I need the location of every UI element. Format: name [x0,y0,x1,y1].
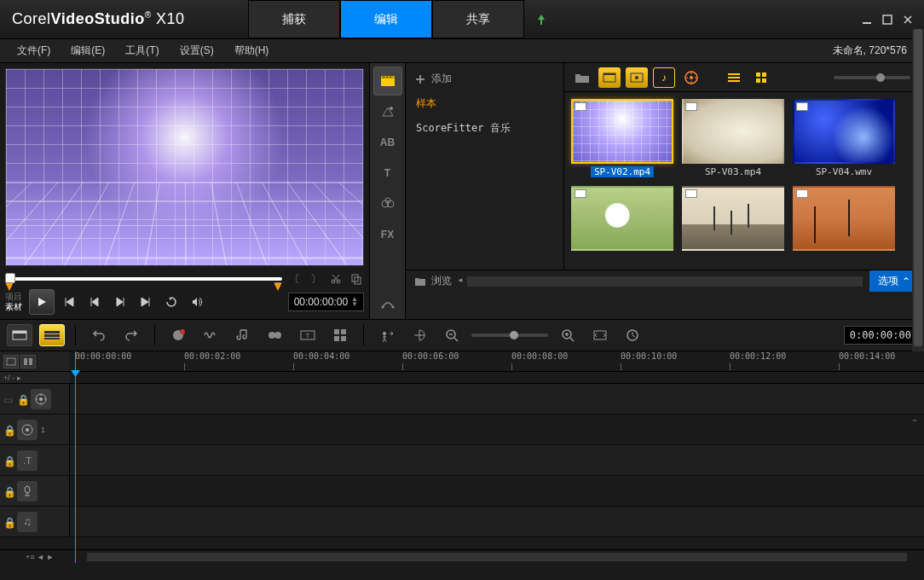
preview-canvas[interactable] [5,68,364,266]
graphics-icon[interactable] [373,189,402,218]
go-end-button[interactable] [135,291,157,313]
track-head-video-1[interactable]: ▭ 🔒 [0,384,70,414]
view-list-button[interactable] [723,67,745,88]
undo-button[interactable] [86,324,112,346]
thumbnail-4[interactable] [682,186,784,251]
instant-project-icon[interactable] [373,97,402,126]
go-start-button[interactable] [58,291,80,313]
prev-frame-button[interactable] [84,291,106,313]
filter-video-button[interactable] [598,67,621,88]
volume-button[interactable] [186,291,208,313]
preview-timecode[interactable]: 00:00:00:00 ▲▼ [288,293,364,311]
close-button[interactable] [902,14,914,26]
thumbnail-5[interactable] [793,186,895,251]
tab-edit[interactable]: 编辑 [340,0,432,38]
filter-disc-button[interactable] [680,67,702,88]
lock-icon[interactable]: 🔒 [3,425,14,435]
track-view-btn-2[interactable] [20,355,36,368]
track-view-btn-1[interactable] [3,355,19,368]
motion-track-button[interactable] [374,324,400,346]
scroll-up-button[interactable]: ⌃ [907,418,922,430]
tree-scorefitter[interactable]: ScoreFitter 音乐 [409,116,560,141]
timeline-view-button[interactable] [39,324,65,346]
transitions-icon[interactable]: AB [373,128,402,157]
audio-mixer-button[interactable] [198,324,223,346]
lock-icon[interactable]: 🔒 [17,394,27,404]
timeline-zoom-slider[interactable] [471,334,548,337]
track-head-music[interactable]: 🔒 ♫ [0,507,70,536]
menu-bar: 文件(F) 编辑(E) 工具(T) 设置(S) 帮助(H) 未命名, 720*5… [0,39,924,63]
menu-help[interactable]: 帮助(H) [224,44,280,58]
repeat-button[interactable] [160,291,182,313]
filter-audio-button[interactable]: ♪ [653,67,675,88]
scrub-track[interactable] [5,277,282,281]
lock-icon[interactable]: 🔒 [3,455,14,466]
track-body[interactable] [70,415,924,444]
pan-zoom-button[interactable] [407,324,432,346]
next-frame-button[interactable] [109,291,131,313]
add-track-button[interactable]: +≡ ◄ ► [0,553,70,561]
timeline-timecode[interactable]: 0:00:00:00 [844,326,917,345]
browse-button[interactable]: 浏览 [406,274,460,288]
title-icon[interactable]: T [373,159,402,188]
storyboard-view-button[interactable] [7,324,32,346]
timecode-spinner[interactable]: ▲▼ [351,297,358,307]
timeline-hscrollbar[interactable] [87,553,907,561]
track-body[interactable] [70,384,924,414]
duration-button[interactable] [620,324,645,346]
mark-in-button[interactable]: 〔 [287,271,303,287]
zoom-in-button[interactable] [555,324,580,346]
multitrim-button[interactable] [263,324,288,346]
play-button[interactable] [29,289,55,315]
mark-out-button[interactable]: 〕 [308,271,323,287]
library-hscrollbar[interactable] [467,276,863,287]
tree-samples[interactable]: 样本 [409,91,560,116]
subtitle-button[interactable]: T [295,324,321,346]
svg-rect-1 [883,15,892,24]
menu-edit[interactable]: 编辑(E) [61,44,115,58]
view-grid-button[interactable] [750,67,772,88]
folder-icon[interactable] [571,67,593,88]
menu-file[interactable]: 文件(F) [7,44,61,58]
timeline-playhead[interactable] [75,351,76,563]
add-folder-button[interactable]: 添加 [409,67,560,91]
tab-share[interactable]: 共享 [432,0,524,38]
multicam-button[interactable] [327,324,353,346]
scrub-playhead[interactable] [5,273,15,283]
path-icon[interactable] [373,290,402,319]
thumbnail-2[interactable]: SP-V04.wmv [793,99,895,177]
track-head-title[interactable]: 🔒 .T [0,445,70,475]
thumbnail-0[interactable]: SP-V02.mp4 [571,99,673,177]
filters-icon[interactable]: FX [373,220,402,249]
thumbnail-1[interactable]: SP-V03.mp4 [682,99,784,177]
expand-toggle[interactable]: +/ - ▸ [0,372,70,383]
track-body[interactable] [70,445,924,475]
track-head-voice[interactable]: 🔒 [0,476,70,506]
minimize-button[interactable] [861,14,873,26]
upload-icon[interactable] [524,0,558,38]
thumb-zoom-slider[interactable] [834,76,910,79]
eye-icon[interactable]: ▭ [3,394,14,404]
filter-photo-button[interactable] [626,67,648,88]
record-button[interactable] [165,324,191,346]
track-body[interactable] [70,476,924,506]
track-head-overlay[interactable]: 🔒 1 [0,415,70,444]
media-library-icon[interactable] [373,67,402,96]
thumbnail-3[interactable] [571,186,673,251]
mode-toggle[interactable]: 项目 素材 [5,292,26,312]
track-body[interactable] [70,507,924,536]
maximize-button[interactable] [881,14,893,26]
menu-tools[interactable]: 工具(T) [115,44,169,58]
tab-capture[interactable]: 捕获 [248,0,340,38]
zoom-out-button[interactable] [439,324,465,346]
timeline-ruler[interactable]: 00:00:00:0000:00:02:0000:00:04:0000:00:0… [70,351,924,371]
lock-icon[interactable]: 🔒 [3,517,14,527]
fit-project-button[interactable] [587,324,613,346]
copy-icon[interactable] [349,271,364,287]
redo-button[interactable] [118,324,144,346]
add-label: 添加 [431,72,452,86]
cut-icon[interactable] [328,271,344,287]
menu-settings[interactable]: 设置(S) [170,44,224,58]
auto-music-button[interactable] [230,324,256,346]
lock-icon[interactable]: 🔒 [3,486,14,496]
